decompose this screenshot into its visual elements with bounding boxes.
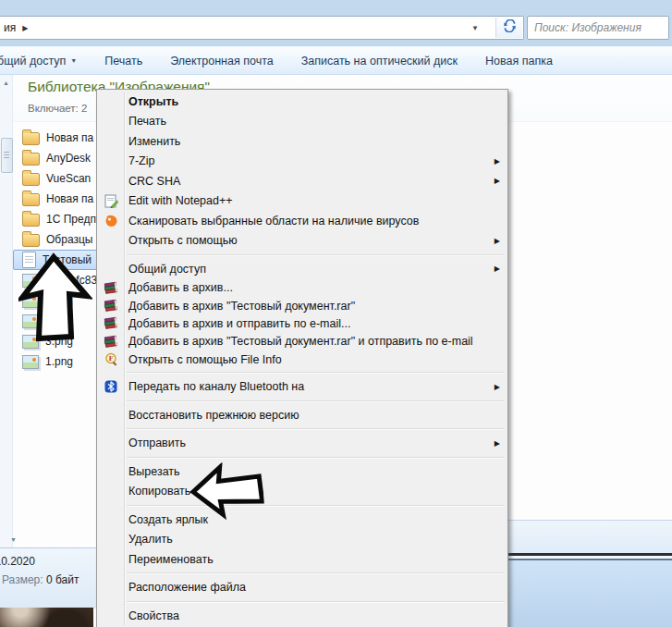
folder-icon xyxy=(22,193,40,206)
menu-item-label: Изменить xyxy=(128,135,180,148)
context-menu-item-29[interactable]: Расположение файла xyxy=(97,577,507,597)
menu-separator xyxy=(97,397,507,405)
menu-item-label: Добавить в архив "Тестовый документ.rar"… xyxy=(128,335,473,348)
toolbar-button-label: Электронная почта xyxy=(170,55,274,68)
scrollbar-grip-icon xyxy=(4,152,9,158)
context-menu-item-5[interactable]: Edit with Notepad++ xyxy=(97,191,507,212)
menu-item-label: Удалить xyxy=(128,533,173,546)
winrar-icon xyxy=(104,334,118,349)
context-menu-item-23[interactable]: Копировать xyxy=(97,481,507,501)
context-menu-item-13[interactable]: Добавить в архив "Тестовый документ.rar"… xyxy=(97,333,507,350)
context-menu-item-11[interactable]: Добавить в архив "Тестовый документ.rar" xyxy=(97,297,507,314)
menu-item-label: Восстановить прежнюю версию xyxy=(128,409,299,422)
context-menu-item-3[interactable]: 7-Zip▶ xyxy=(97,152,507,172)
context-menu: ОткрытьПечатьИзменить7-Zip▶CRC SHA▶Edit … xyxy=(96,89,508,627)
toolbar-button-2[interactable]: Электронная почта xyxy=(168,51,275,71)
context-menu-item-16[interactable]: Передать по каналу Bluetooth на▶ xyxy=(97,376,507,397)
details-pane-right xyxy=(507,520,672,554)
svg-text:F: F xyxy=(108,355,113,363)
breadcrumb[interactable]: ия xyxy=(4,21,16,34)
context-menu-item-31[interactable]: Свойства xyxy=(97,606,507,626)
folder-icon xyxy=(22,214,40,227)
context-menu-item-12[interactable]: Добавить в архив и отправить по e-mail..… xyxy=(97,314,507,332)
scroll-down-icon[interactable]: ▼ xyxy=(7,534,19,546)
menu-item-label: Добавить в архив и отправить по e-mail..… xyxy=(128,317,350,330)
menu-item-label: Добавить в архив "Тестовый документ.rar" xyxy=(128,300,355,313)
menu-separator xyxy=(97,424,507,433)
menu-item-label: Переименовать xyxy=(128,553,214,566)
context-menu-item-6[interactable]: Сканировать выбранные области на наличие… xyxy=(97,211,507,231)
submenu-arrow-icon: ▶ xyxy=(495,177,500,185)
submenu-arrow-icon: ▶ xyxy=(495,383,500,391)
scroll-up-icon[interactable]: ▲ xyxy=(0,77,12,89)
search-placeholder: Поиск: Изображения xyxy=(534,21,641,34)
bluetooth-icon xyxy=(104,379,118,394)
toolbar-button-label: Новая папка xyxy=(485,55,553,68)
notepadpp-icon xyxy=(104,193,118,208)
context-menu-item-18[interactable]: Восстановить прежнюю версию xyxy=(97,405,507,425)
context-menu-item-26[interactable]: Удалить xyxy=(97,529,507,549)
menu-item-label: Расположение файла xyxy=(128,581,246,594)
winrar-icon xyxy=(104,280,118,295)
hand-drawn-left-arrow xyxy=(188,461,264,522)
menu-item-label: 7-Zip xyxy=(128,154,154,167)
address-bar[interactable]: ия ▶ ▼ xyxy=(0,16,524,40)
fileinfo-icon: F xyxy=(104,352,118,367)
file-name: Новая па xyxy=(46,131,93,144)
context-menu-item-9[interactable]: Общий доступ▶ xyxy=(97,259,507,279)
submenu-arrow-icon: ▶ xyxy=(495,264,500,273)
details-pane: нения: 23.10.2020 Размер: 0 байт xyxy=(0,547,96,609)
scrollbar[interactable]: ▲ ▼ xyxy=(0,75,13,547)
menu-item-label: Добавить в архив... xyxy=(128,281,233,294)
submenu-arrow-icon: ▶ xyxy=(495,439,500,448)
modified-date-line: нения: 23.10.2020 xyxy=(0,555,35,568)
address-dropdown-icon[interactable]: ▼ xyxy=(471,17,479,39)
context-menu-item-14[interactable]: FОткрыть с помощью File Info xyxy=(97,350,507,368)
submenu-arrow-icon: ▶ xyxy=(495,157,500,166)
winrar-icon xyxy=(104,299,118,314)
context-menu-item-4[interactable]: CRC SHA▶ xyxy=(97,171,507,191)
folder-icon xyxy=(22,153,40,166)
context-menu-item-20[interactable]: Отправить▶ xyxy=(97,433,507,453)
file-name: 1С Предп xyxy=(46,213,96,226)
file-name: AnyDesk xyxy=(46,152,91,165)
context-menu-item-27[interactable]: Переименовать xyxy=(97,549,507,570)
context-menu-item-22[interactable]: Вырезать xyxy=(97,461,507,482)
toolbar-button-3[interactable]: Записать на оптический диск xyxy=(299,51,459,71)
context-menu-item-7[interactable]: Открыть с помощью▶ xyxy=(97,231,507,252)
modified-value: 23.10.2020 xyxy=(0,555,35,568)
context-menu-item-2[interactable]: Изменить xyxy=(97,131,507,152)
breadcrumb-arrow-icon[interactable]: ▶ xyxy=(22,24,28,32)
scrollbar-thumb[interactable] xyxy=(1,138,13,173)
refresh-button[interactable] xyxy=(495,18,522,38)
address-bar-row: ия ▶ ▼ Поиск: Изображения xyxy=(0,13,672,43)
toolbar-button-1[interactable]: Печать xyxy=(103,51,144,71)
hand-drawn-up-arrow xyxy=(18,252,92,344)
folder-icon xyxy=(22,173,40,186)
file-name: VueScan xyxy=(46,172,91,185)
file-name: Образцы xyxy=(46,233,92,246)
size-line: Размер: 0 байт xyxy=(2,573,79,586)
search-input[interactable]: Поиск: Изображения xyxy=(527,16,669,40)
desktop-strip xyxy=(507,560,672,627)
toolbar-button-0[interactable]: бщий доступ▼ xyxy=(0,51,79,71)
submenu-arrow-icon: ▶ xyxy=(495,237,500,245)
menu-separator xyxy=(97,368,507,376)
menu-item-label: Открыть с помощью xyxy=(128,234,238,247)
menu-separator xyxy=(97,251,507,259)
toolbar-button-4[interactable]: Новая папка xyxy=(483,51,555,71)
menu-separator xyxy=(97,501,507,510)
menu-item-label: CRC SHA xyxy=(128,175,180,188)
context-menu-item-25[interactable]: Создать ярлык xyxy=(97,510,507,530)
menu-separator xyxy=(97,453,507,461)
context-menu-item-10[interactable]: Добавить в архив... xyxy=(97,279,507,297)
menu-separator xyxy=(97,569,507,577)
size-value: 0 байт xyxy=(46,573,79,586)
toolbar-button-label: Записать на оптический диск xyxy=(301,55,458,68)
folder-icon xyxy=(22,132,40,145)
context-menu-item-0[interactable]: Открыть xyxy=(97,92,507,112)
library-includes-text: Включает: 2 xyxy=(28,103,87,114)
size-label: Размер: xyxy=(2,573,43,586)
avast-icon xyxy=(104,214,118,228)
context-menu-item-1[interactable]: Печать xyxy=(97,112,507,132)
